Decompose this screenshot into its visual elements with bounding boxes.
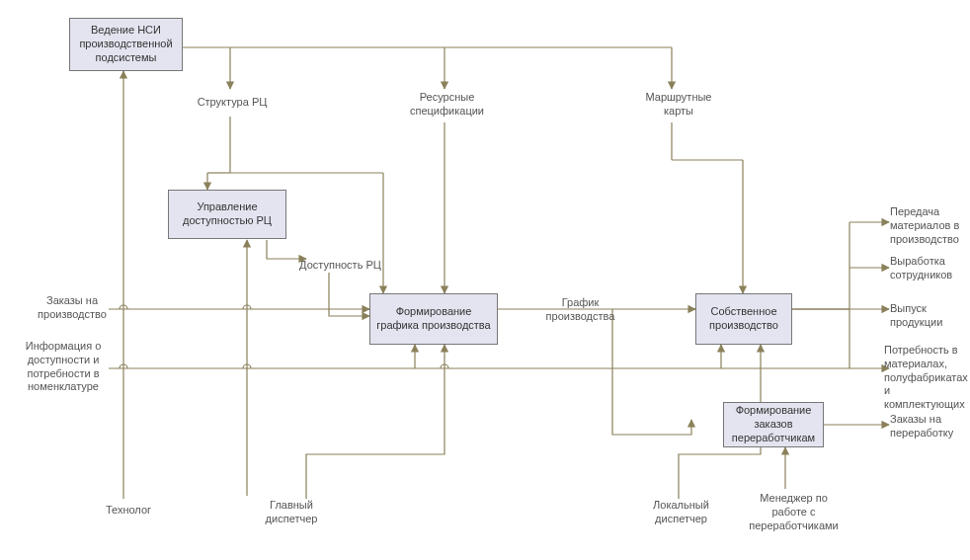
label-zakazy-proizv: Заказы на производство <box>32 294 113 322</box>
label-vyrabotka: Выработка сотрудников <box>890 255 969 282</box>
node-upr-rc: Управление доступностью РЦ <box>168 190 286 239</box>
label-menedzher: Менеджер по работе с переработчиками <box>747 492 841 532</box>
label-glav-disp: Главный диспетчер <box>257 499 326 526</box>
label-vypusk: Выпуск продукции <box>890 302 969 330</box>
label-struct-rc: Структура РЦ <box>193 96 272 110</box>
node-form-zak: Формирование заказов переработчикам <box>723 402 824 447</box>
diagram-canvas: Ведение НСИ производственной подсистемы … <box>0 0 970 560</box>
node-nsi-label: Ведение НСИ производственной подсистемы <box>76 24 176 64</box>
node-upr-rc-label: Управление доступностью РЦ <box>175 200 280 228</box>
node-form-graf: Формирование графика производства <box>369 293 498 345</box>
label-marsh-karty: Маршрутные карты <box>639 91 718 119</box>
label-peredacha: Передача материалов в производство <box>890 205 969 246</box>
label-lok-disp: Локальный диспетчер <box>644 499 718 526</box>
label-zakazy-pererab: Заказы на переработку <box>890 413 969 440</box>
node-sobstv: Собственное производство <box>695 293 792 345</box>
label-tekhnolog: Технолог <box>99 504 158 518</box>
connectors-layer <box>0 0 970 560</box>
node-nsi: Ведение НСИ производственной подсистемы <box>69 18 183 71</box>
node-sobstv-label: Собственное производство <box>702 305 785 333</box>
label-info-dostup: Информация о доступности и потребности в… <box>14 340 113 394</box>
node-form-graf-label: Формирование графика производства <box>376 305 491 333</box>
node-form-zak-label: Формирование заказов переработчикам <box>730 404 817 444</box>
label-dostup-rc: Доступность РЦ <box>288 259 392 273</box>
label-potrebnost: Потребность в материалах, полуфабрикатах… <box>884 344 970 412</box>
label-grafik: График производства <box>533 296 627 324</box>
label-res-spec: Ресурсные спецификации <box>400 91 494 119</box>
